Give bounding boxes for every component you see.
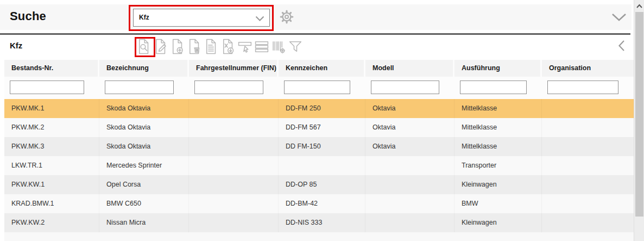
table-cell: Opel Corsa	[99, 175, 189, 194]
table-cell	[189, 99, 279, 118]
table-cell	[189, 194, 279, 213]
filter-input-5[interactable]	[460, 81, 527, 94]
table-row[interactable]: PKW.KW.2Nissan MicraDD-NIS 333Kleinwagen	[4, 213, 634, 232]
search-type-value: Kfz	[139, 9, 149, 26]
barcode-settings-button[interactable]	[272, 38, 286, 55]
table-cell	[542, 194, 634, 213]
filter-input-1[interactable]	[105, 81, 174, 94]
filter-cell	[279, 77, 365, 98]
column-header-4[interactable]: Modell	[365, 60, 454, 77]
filter-button[interactable]	[288, 38, 302, 55]
table-filter-row	[4, 77, 634, 98]
vehicle-search-window: Suche Kfz K	[0, 0, 644, 241]
table-row[interactable]: KRAD.BMW.1BMW C650DD-BM-42BMW	[4, 194, 634, 213]
table-cell	[365, 175, 454, 194]
filter-input-4[interactable]	[371, 81, 439, 94]
filter-input-0[interactable]	[10, 81, 84, 94]
table-cell: Oktavia	[365, 99, 454, 118]
table-cell	[365, 156, 454, 175]
table-cell: PKW.MK.3	[4, 137, 99, 156]
chevron-down-icon	[611, 15, 627, 23]
vertical-scrollbar[interactable]	[634, 0, 644, 241]
table-cell: PKW.KW.1	[4, 175, 99, 194]
settings-button[interactable]	[278, 9, 295, 26]
table-cell: Kleinwagen	[454, 213, 542, 232]
list-rows-icon	[255, 39, 269, 54]
document-add-button[interactable]	[171, 38, 185, 55]
document-text-button[interactable]	[204, 38, 218, 55]
barcode-settings-icon	[272, 39, 286, 54]
scrollbar-thumb[interactable]	[635, 12, 643, 217]
table-cell: DD-NIS 333	[279, 213, 365, 232]
table-cell: PKW.MK.2	[4, 118, 99, 137]
filter-cell	[99, 77, 189, 98]
table-cell: Mittelklasse	[454, 99, 542, 118]
table-cell	[189, 137, 279, 156]
search-type-dropdown[interactable]: Kfz	[133, 9, 270, 27]
table-cell: Mercedes Sprinter	[99, 156, 189, 175]
result-panel-header: Kfz	[0, 35, 632, 58]
table-cell	[279, 156, 365, 175]
table-cell: Mittelklasse	[454, 137, 542, 156]
gear-icon	[279, 18, 295, 27]
filter-cell	[4, 77, 99, 98]
table-cell: Skoda Oktavia	[99, 137, 189, 156]
table-cell: BMW C650	[99, 194, 189, 213]
column-header-5[interactable]: Ausführung	[454, 60, 542, 77]
column-header-0[interactable]: Bestands-Nr.	[4, 60, 99, 77]
table-cell	[189, 156, 279, 175]
filter-cell	[542, 77, 634, 98]
table-cell: Oktavia	[365, 118, 454, 137]
table-cell	[542, 156, 634, 175]
table-cell: KRAD.BMW.1	[4, 194, 99, 213]
filter-cell	[365, 77, 454, 98]
filter-cell	[454, 77, 542, 98]
filter-input-6[interactable]	[547, 81, 618, 94]
list-rows-button[interactable]	[255, 38, 269, 55]
table-cell: DD-OP 85	[279, 175, 365, 194]
filter-input-3[interactable]	[284, 81, 350, 94]
table-row[interactable]: PKW.KW.1Opel CorsaDD-OP 85Kleinwagen	[4, 175, 634, 194]
table-row[interactable]: PKW.MK.1Skoda OktaviaDD-FM 250OktaviaMit…	[4, 99, 634, 118]
table-cell	[542, 118, 634, 137]
filter-cell	[189, 77, 279, 98]
document-search-button[interactable]	[137, 38, 151, 55]
chevron-up-icon	[636, 2, 642, 10]
table-cell: Skoda Oktavia	[99, 118, 189, 137]
chevron-down-icon	[255, 14, 264, 24]
table-cell: Nissan Micra	[99, 213, 189, 232]
collapse-panel-button[interactable]	[616, 40, 627, 53]
column-header-1[interactable]: Bezeichnung	[99, 60, 189, 77]
table-cell: BMW	[454, 194, 542, 213]
table-cell	[365, 194, 454, 213]
filter-input-2[interactable]	[194, 81, 263, 94]
column-header-2[interactable]: Fahrgestellnummer (FIN)	[189, 60, 279, 77]
excel-export-button[interactable]	[221, 38, 235, 55]
table-cell: Kleinwagen	[454, 175, 542, 194]
table-cell	[542, 137, 634, 156]
table-row[interactable]: PKW.MK.3Skoda OktaviaDD FM-150OktaviaMit…	[4, 137, 634, 156]
table-body: PKW.MK.1Skoda OktaviaDD-FM 250OktaviaMit…	[4, 99, 634, 232]
column-header-3[interactable]: Kennzeichen	[279, 60, 365, 77]
document-text-icon	[204, 39, 218, 54]
document-delete-icon	[187, 39, 201, 54]
table-cell: LKW.TR.1	[4, 156, 99, 175]
scrollbar-up-button[interactable]	[634, 0, 644, 11]
collapse-search-button[interactable]	[610, 13, 628, 23]
document-delete-button[interactable]	[187, 38, 201, 55]
table-cell	[189, 118, 279, 137]
search-header: Suche Kfz	[0, 4, 632, 30]
table-row[interactable]: LKW.TR.1Mercedes SprinterTransporter	[4, 156, 634, 175]
column-header-6[interactable]: Organisation	[542, 60, 634, 77]
table-cell: DD-BM-42	[279, 194, 365, 213]
table-cell: Skoda Oktavia	[99, 99, 189, 118]
table-cell: Mittelklasse	[454, 118, 542, 137]
select-row-button[interactable]	[238, 38, 252, 55]
table-row[interactable]: PKW.MK.2Skoda OktaviaDD-FM 567OktaviaMit…	[4, 118, 634, 137]
document-add-icon	[171, 39, 185, 54]
table-cell	[542, 175, 634, 194]
table-cell: DD-FM 250	[279, 99, 365, 118]
document-edit-button[interactable]	[154, 38, 168, 55]
document-search-icon	[137, 39, 151, 54]
table-header-row: Bestands-Nr.BezeichnungFahrgestellnummer…	[4, 60, 634, 77]
